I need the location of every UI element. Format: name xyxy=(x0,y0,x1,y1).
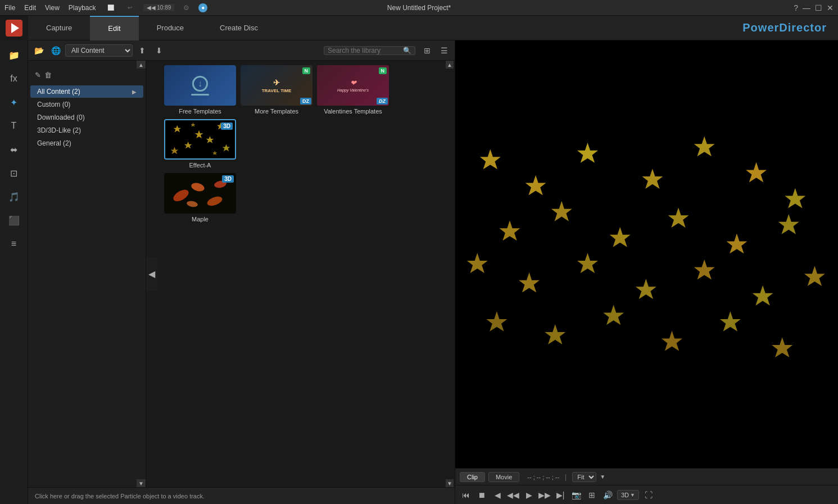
menu-view[interactable]: View xyxy=(45,4,60,12)
tool-fx[interactable]: fx xyxy=(4,69,24,89)
close-btn[interactable]: ✕ xyxy=(827,3,834,12)
preview-tab-movie[interactable]: Movie xyxy=(488,472,519,482)
app-brand: PowerDirector xyxy=(742,21,838,34)
nav-capture[interactable]: Capture xyxy=(28,16,90,40)
transport-next-fast[interactable]: ▶▶ xyxy=(538,489,551,501)
template-free-label: Free Templates xyxy=(179,108,221,115)
tool-audio[interactable]: 🎵 xyxy=(4,187,24,207)
project-title: New Untitled Project* xyxy=(387,4,451,12)
template-effect-a-label: Effect-A xyxy=(189,162,211,169)
sidebar-header-icon1[interactable]: ✎ xyxy=(35,71,41,79)
template-more-thumb: ✈ TRAVEL TIME DZ N xyxy=(241,65,312,106)
import-btn[interactable]: ⬆ xyxy=(135,43,150,58)
content-panel: 📂 🌐 All Content Video Audio Image ⬆ ⬇ 🔍 … xyxy=(28,40,455,504)
menu-playback[interactable]: Playback xyxy=(69,4,96,12)
nav-create-disc[interactable]: Create Disc xyxy=(202,16,276,40)
tool-captions[interactable]: ≡ xyxy=(4,234,24,254)
sidebar-item-general-label: General (2) xyxy=(37,139,71,147)
export-btn[interactable]: ⬇ xyxy=(152,43,166,58)
nav-bar: Capture Edit Produce Create Disc PowerDi… xyxy=(0,16,838,40)
help-btn[interactable]: ? xyxy=(794,3,798,12)
app-logo xyxy=(0,16,28,40)
nav-produce[interactable]: Produce xyxy=(139,16,202,40)
grid-scroll-down[interactable]: ▼ xyxy=(446,479,454,487)
badge-n-val: N xyxy=(379,67,387,74)
template-valentines-thumb: ❤ Happy Valentine's DZ N xyxy=(317,65,389,106)
template-valentines-label: Valentines Templates xyxy=(324,108,382,115)
transport-stop[interactable]: ⏹ xyxy=(475,489,488,501)
template-free-thumb: ↓ xyxy=(164,65,236,106)
template-free[interactable]: ↓ Free Templates xyxy=(164,65,236,115)
main-layout: 📁 fx ✦ T ⬌ ⊡ 🎵 ⬛ ≡ 📂 🌐 All Content Video… xyxy=(0,40,838,504)
maximize-btn[interactable]: ☐ xyxy=(815,3,822,12)
tool-color[interactable]: ⬛ xyxy=(4,210,24,230)
tool-particles[interactable]: ✦ xyxy=(4,92,24,112)
grid-view-btn[interactable]: ⊞ xyxy=(420,43,434,58)
transport-audio[interactable]: 🔊 xyxy=(601,489,614,501)
status-bar: Click here or drag the selected Particle… xyxy=(28,487,455,504)
template-maple[interactable]: 3D Maple xyxy=(164,173,236,223)
left-toolbar: 📁 fx ✦ T ⬌ ⊡ 🎵 ⬛ ≡ xyxy=(0,40,28,504)
transport-prev-frame[interactable]: ◀ xyxy=(491,489,504,501)
search-icon[interactable]: 🔍 xyxy=(403,47,411,55)
list-view-btn[interactable]: ☰ xyxy=(437,43,451,58)
minimize-btn[interactable]: — xyxy=(803,3,810,12)
transport-play[interactable]: ▶ xyxy=(523,489,535,501)
transport-grid[interactable]: ⊞ xyxy=(586,489,598,501)
transport-snapshot[interactable]: 📷 xyxy=(570,489,582,501)
sidebar-item-general[interactable]: General (2) xyxy=(30,137,143,149)
content-filter-select[interactable]: All Content Video Audio Image xyxy=(65,44,133,57)
badge-n-more: N xyxy=(302,67,311,74)
nav-prev-arrow[interactable]: ◀ xyxy=(146,257,157,291)
sidebar-scroll-down[interactable]: ▼ xyxy=(137,479,146,487)
template-maple-thumb: 3D xyxy=(164,173,236,214)
tool-media[interactable]: 📁 xyxy=(4,45,24,65)
window-controls: ? — ☐ ✕ xyxy=(794,3,834,12)
transport-bar: ⏮ ⏹ ◀ ◀◀ ▶ ▶▶ ▶| 📷 ⊞ 🔊 3D ▼ ⛶ xyxy=(455,485,838,504)
preview-panel: Clip Movie -- ; -- ; -- ; -- | Fit ▼ ⏮ ⏹… xyxy=(455,40,838,504)
sidebar-item-downloaded[interactable]: Downloaded (0) xyxy=(30,111,143,124)
content-body: ▲ ✎ 🗑 All Content (2) ▶ Custom (0) Downl… xyxy=(28,61,455,487)
menu-bar: File Edit View Playback ⬜ ↩ ◀◀ 10:89 ⚙ ●… xyxy=(0,0,838,16)
template-valentines[interactable]: ❤ Happy Valentine's DZ N Valentines Temp… xyxy=(317,65,389,115)
sidebar-header-icon2[interactable]: 🗑 xyxy=(44,71,52,79)
sidebar-item-custom-label: Custom (0) xyxy=(37,101,70,108)
sidebar-item-3d-label: 3D/3D-Like (2) xyxy=(37,126,81,134)
template-more-label: More Templates xyxy=(255,108,298,115)
sidebar-item-all-content[interactable]: All Content (2) ▶ xyxy=(30,85,143,98)
templates-row-1: ↓ Free Templates xyxy=(151,65,450,169)
badge-3d-effect: 3D xyxy=(221,122,233,130)
template-effect-a[interactable]: 3D Effect-A xyxy=(164,119,236,169)
sidebar-item-downloaded-label: Downloaded (0) xyxy=(37,113,85,121)
download-content-btn[interactable]: 🌐 xyxy=(48,43,63,58)
svg-rect-18 xyxy=(455,131,838,378)
search-input[interactable] xyxy=(328,47,401,55)
template-maple-label: Maple xyxy=(192,216,209,223)
nav-edit[interactable]: Edit xyxy=(90,16,138,40)
template-more[interactable]: ✈ TRAVEL TIME DZ N More Templates xyxy=(241,65,312,115)
tool-overlays[interactable]: ⊡ xyxy=(4,163,24,183)
preview-tab-clip[interactable]: Clip xyxy=(460,472,485,482)
sidebar-item-3d[interactable]: 3D/3D-Like (2) xyxy=(30,124,143,137)
transport-3d[interactable]: 3D ▼ xyxy=(617,490,639,500)
sidebar-scroll-up[interactable]: ▲ xyxy=(137,61,146,69)
3d-dropdown-icon: ▼ xyxy=(630,492,635,498)
templates-grid: ◀ ▲ ↓ Free Tem xyxy=(146,61,455,487)
menu-file[interactable]: File xyxy=(4,4,15,12)
transport-to-start[interactable]: ⏮ xyxy=(460,489,472,501)
tool-text[interactable]: T xyxy=(4,116,24,136)
transport-next-frame[interactable]: ▶| xyxy=(554,489,567,501)
menu-edit[interactable]: Edit xyxy=(24,4,36,12)
transport-fullscreen[interactable]: ⛶ xyxy=(642,489,655,501)
preview-video xyxy=(455,40,838,468)
open-folder-btn[interactable]: 📂 xyxy=(31,43,46,58)
grid-scroll-up[interactable]: ▲ xyxy=(446,61,454,69)
transport-prev-fast[interactable]: ◀◀ xyxy=(507,489,519,501)
sidebar: ▲ ✎ 🗑 All Content (2) ▶ Custom (0) Downl… xyxy=(28,61,146,487)
fit-select[interactable]: Fit xyxy=(572,472,596,482)
timecode-display: -- ; -- ; -- ; -- xyxy=(527,474,559,480)
template-effect-a-thumb: 3D xyxy=(164,119,236,160)
3d-label: 3D xyxy=(621,492,629,498)
sidebar-item-custom[interactable]: Custom (0) xyxy=(30,98,143,111)
tool-transitions[interactable]: ⬌ xyxy=(4,139,24,160)
